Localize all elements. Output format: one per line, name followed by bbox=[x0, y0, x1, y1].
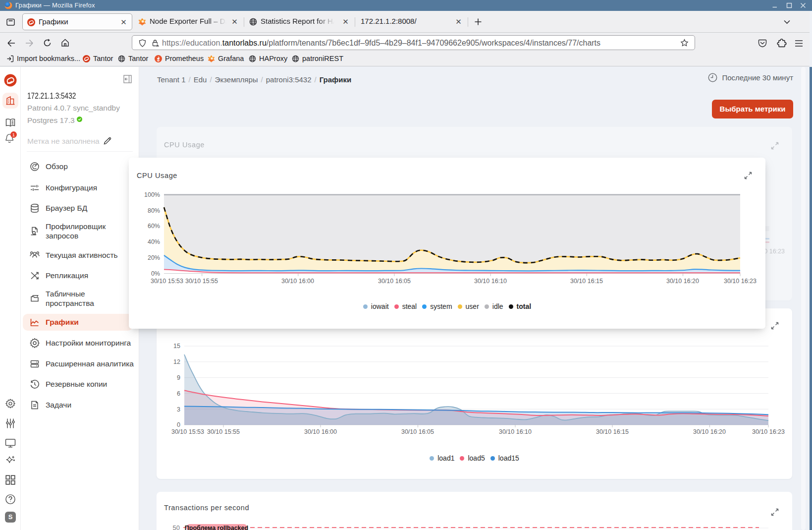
svg-text:30/10 15:55: 30/10 15:55 bbox=[185, 278, 218, 285]
svg-text:30/10 16:23: 30/10 16:23 bbox=[752, 428, 785, 435]
svg-text:30/10 15:53: 30/10 15:53 bbox=[171, 428, 204, 435]
svg-text:30/10 16:10: 30/10 16:10 bbox=[474, 278, 507, 285]
svg-text:50: 50 bbox=[173, 524, 180, 530]
svg-text:30/10 15:55: 30/10 15:55 bbox=[207, 428, 240, 435]
svg-text:3: 3 bbox=[177, 406, 180, 413]
svg-text:6: 6 bbox=[177, 390, 180, 397]
svg-text:9: 9 bbox=[177, 374, 180, 381]
svg-text:30/10 16:15: 30/10 16:15 bbox=[596, 428, 629, 435]
svg-text:30/10 15:53: 30/10 15:53 bbox=[151, 278, 183, 285]
svg-text:30/10 16:05: 30/10 16:05 bbox=[378, 278, 411, 285]
svg-text:30/10 16:15: 30/10 16:15 bbox=[570, 278, 603, 285]
svg-text:30/10 16:23: 30/10 16:23 bbox=[724, 278, 757, 285]
svg-text:Проблема rollbacked: Проблема rollbacked bbox=[185, 525, 248, 530]
svg-text:15: 15 bbox=[173, 343, 180, 350]
svg-text:30/10 16:00: 30/10 16:00 bbox=[304, 428, 337, 435]
svg-text:20%: 20% bbox=[148, 254, 160, 261]
svg-text:60%: 60% bbox=[148, 223, 160, 230]
svg-text:30/10 16:20: 30/10 16:20 bbox=[693, 428, 726, 435]
svg-text:12: 12 bbox=[173, 358, 180, 365]
svg-text:30/10 16:00: 30/10 16:00 bbox=[281, 278, 314, 285]
svg-text:0%: 0% bbox=[151, 270, 160, 277]
svg-text:80%: 80% bbox=[148, 207, 160, 214]
svg-text:30/10 16:20: 30/10 16:20 bbox=[666, 278, 699, 285]
svg-text:100%: 100% bbox=[144, 191, 160, 198]
svg-text:30/10 16:10: 30/10 16:10 bbox=[499, 428, 532, 435]
svg-text:40%: 40% bbox=[148, 238, 160, 245]
svg-text:0: 0 bbox=[177, 421, 180, 428]
svg-text:30/10 16:05: 30/10 16:05 bbox=[401, 428, 434, 435]
